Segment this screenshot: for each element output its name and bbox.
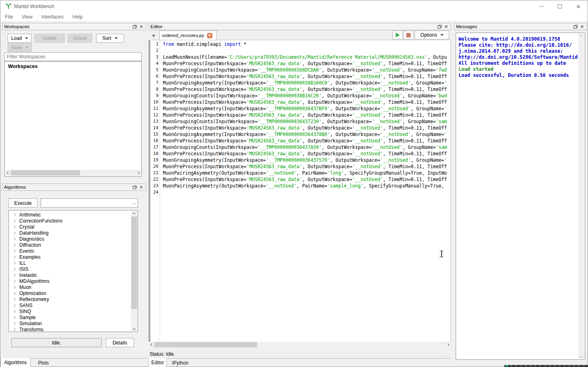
expand-chevron-icon[interactable]	[12, 273, 16, 276]
algorithm-category-item[interactable]: SINQ	[9, 308, 131, 314]
options-button[interactable]: Options	[415, 31, 449, 39]
scroll-up-icon[interactable]	[578, 33, 584, 39]
maximize-button[interactable]	[551, 0, 569, 12]
algorithm-category-item[interactable]: Optimization	[9, 290, 131, 296]
float-panel-icon[interactable]	[438, 25, 441, 28]
scroll-left-icon[interactable]	[149, 342, 154, 348]
algorithm-category-item[interactable]: Crystal	[9, 224, 131, 230]
scroll-thumb[interactable]	[154, 342, 257, 347]
menu-file[interactable]: File	[0, 14, 17, 20]
menu-view[interactable]: View	[17, 14, 37, 20]
close-panel-icon[interactable]: ✕	[580, 25, 584, 29]
scroll-thumb[interactable]	[131, 216, 137, 309]
expand-chevron-icon[interactable]	[12, 237, 16, 240]
algorithm-category-item[interactable]: Diffraction	[9, 242, 131, 248]
algorithm-category-item[interactable]: Inelastic	[9, 272, 131, 278]
expand-chevron-icon[interactable]	[12, 225, 16, 228]
expand-chevron-icon[interactable]	[12, 303, 16, 307]
scroll-right-icon[interactable]	[135, 170, 141, 176]
algorithm-category-item[interactable]: ILL	[9, 260, 131, 266]
scroll-thumb[interactable]	[11, 170, 80, 175]
run-script-button[interactable]	[393, 31, 403, 39]
expand-chevron-icon[interactable]	[12, 322, 16, 325]
float-panel-icon[interactable]	[574, 25, 577, 28]
algorithm-category-item[interactable]: Transforms	[9, 326, 131, 332]
algorithm-category-item[interactable]: Events	[9, 248, 131, 254]
close-panel-icon[interactable]: ✕	[444, 25, 448, 29]
scroll-down-icon[interactable]	[131, 326, 137, 331]
expand-chevron-icon[interactable]	[12, 328, 16, 331]
messages-vscrollbar[interactable]	[578, 33, 584, 359]
expand-chevron-icon[interactable]	[12, 255, 16, 258]
message-line: Please cite: http://dx.doi.org/10.1016/	[458, 42, 578, 48]
editor-hscrollbar[interactable]	[149, 342, 450, 348]
expand-chevron-icon[interactable]	[12, 291, 16, 295]
tab-ipython[interactable]: IPython	[168, 358, 193, 367]
expand-chevron-icon[interactable]	[12, 285, 16, 289]
menu-interfaces[interactable]: Interfaces	[37, 14, 68, 20]
sort-button[interactable]: Sort	[96, 34, 124, 43]
algorithm-category-item[interactable]: Diagnostics	[9, 236, 131, 242]
new-tab-button[interactable]: +	[150, 31, 157, 39]
tab-plots[interactable]: Plots	[31, 358, 56, 367]
expand-chevron-icon[interactable]	[12, 219, 16, 222]
workspaces-hscrollbar[interactable]	[5, 170, 141, 176]
tab-algorithms[interactable]: Algorithms	[0, 358, 31, 367]
line-number: 12	[153, 112, 158, 118]
algorithms-vscrollbar[interactable]	[131, 211, 137, 331]
title-bar: Mantid Workbench ✕	[0, 0, 588, 12]
expand-chevron-icon[interactable]	[12, 243, 16, 246]
editor-file-tab[interactable]: ordered_recovery.py ✕	[159, 31, 217, 40]
algorithm-category-item[interactable]: Arithmetic	[9, 212, 131, 218]
code-line: LoadMuonNexus(Filename='C:/Users/pra7939…	[163, 54, 447, 60]
expand-chevron-icon[interactable]	[12, 249, 16, 252]
close-panel-icon[interactable]: ✕	[140, 185, 143, 190]
tab-close-icon[interactable]: ✕	[207, 33, 212, 38]
algorithm-category-item[interactable]: Reflectometry	[9, 296, 131, 302]
expand-chevron-icon[interactable]	[12, 297, 16, 301]
algorithm-category-item[interactable]: DataHandling	[9, 230, 131, 236]
scroll-up-icon[interactable]	[131, 211, 137, 216]
execute-button[interactable]: Execute	[8, 198, 37, 208]
algorithm-category-item[interactable]: MDAlgorithms	[9, 278, 131, 284]
expand-chevron-icon[interactable]	[12, 261, 16, 264]
details-button[interactable]: Details	[106, 338, 134, 347]
expand-chevron-icon[interactable]	[12, 231, 16, 234]
expand-chevron-icon[interactable]	[12, 213, 16, 216]
load-button[interactable]: Load	[8, 34, 32, 43]
algorithm-category-item[interactable]: Sample	[9, 314, 131, 320]
scroll-right-icon[interactable]	[445, 342, 450, 348]
menu-help[interactable]: Help	[68, 14, 87, 20]
delete-button[interactable]: Delete	[35, 34, 65, 43]
expand-chevron-icon[interactable]	[12, 279, 16, 282]
scroll-down-icon[interactable]	[578, 353, 584, 359]
algorithm-category-item[interactable]: Muon	[9, 284, 131, 290]
algorithm-search-combobox[interactable]	[41, 198, 138, 208]
algorithm-category-item[interactable]: ISIS	[9, 266, 131, 272]
minimize-button[interactable]	[532, 0, 551, 12]
expand-chevron-icon[interactable]	[12, 267, 16, 270]
messages-log[interactable]: Welcome to Mantid 4.0.20190619.1758Pleas…	[456, 33, 585, 360]
float-panel-icon[interactable]	[133, 186, 136, 189]
code-lines[interactable]: from mantid.simpleapi import *LoadMuonNe…	[162, 40, 450, 342]
close-button[interactable]: ✕	[569, 0, 588, 12]
tab-editor[interactable]: Editor	[148, 358, 167, 367]
scroll-left-icon[interactable]	[5, 170, 11, 176]
algorithm-category-item[interactable]: CorrectionFunctions	[9, 218, 131, 224]
algorithm-category-item[interactable]: SANS	[9, 302, 131, 308]
algorithm-category-item[interactable]: Simulation	[9, 320, 131, 326]
algorithm-category-tree[interactable]: ArithmeticCorrectionFunctionsCrystalData…	[8, 210, 138, 332]
abort-script-button[interactable]	[403, 31, 413, 39]
code-editor[interactable]: 123456789101112131415161718192021222324 …	[148, 40, 451, 342]
group-button[interactable]: Group	[68, 34, 92, 43]
save-button[interactable]: Save	[8, 43, 32, 52]
close-panel-icon[interactable]: ✕	[140, 25, 143, 29]
expand-chevron-icon[interactable]	[12, 309, 16, 313]
resize-grip-icon[interactable]: .::	[445, 354, 449, 358]
algorithm-category-item[interactable]: Examples	[9, 254, 131, 260]
expand-chevron-icon[interactable]	[12, 315, 16, 319]
workspaces-tree[interactable]: Workspaces	[4, 61, 142, 177]
workspaces-tree-root[interactable]: Workspaces	[8, 64, 37, 69]
filter-workspaces-input[interactable]	[4, 52, 142, 61]
float-panel-icon[interactable]	[133, 25, 136, 28]
